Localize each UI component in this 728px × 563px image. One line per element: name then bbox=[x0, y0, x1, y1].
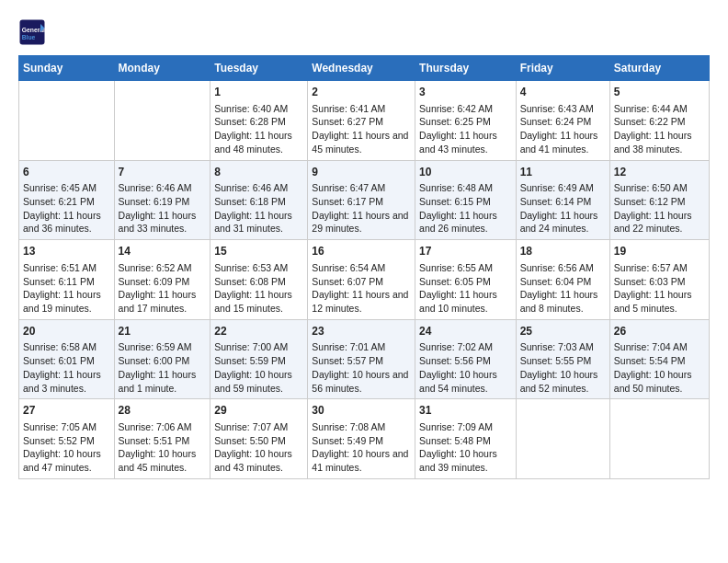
sunrise-text: Sunrise: 6:58 AM bbox=[23, 341, 97, 352]
daylight-text: Daylight: 11 hours and 8 minutes. bbox=[520, 289, 598, 314]
daylight-text: Daylight: 11 hours and 48 minutes. bbox=[214, 130, 292, 155]
sunset-text: Sunset: 6:18 PM bbox=[214, 196, 286, 207]
calendar-body: 1Sunrise: 6:40 AMSunset: 6:28 PMDaylight… bbox=[19, 81, 710, 479]
daylight-text: Daylight: 11 hours and 36 minutes. bbox=[23, 210, 101, 235]
sunset-text: Sunset: 6:11 PM bbox=[23, 276, 95, 287]
sunset-text: Sunset: 5:54 PM bbox=[614, 355, 686, 366]
day-number: 11 bbox=[520, 165, 606, 180]
sunrise-text: Sunrise: 6:55 AM bbox=[419, 262, 493, 273]
sunrise-text: Sunrise: 7:04 AM bbox=[614, 341, 688, 352]
calendar-cell: 23Sunrise: 7:01 AMSunset: 5:57 PMDayligh… bbox=[308, 319, 415, 399]
header-row: SundayMondayTuesdayWednesdayThursdayFrid… bbox=[19, 56, 710, 81]
daylight-text: Daylight: 11 hours and 1 minute. bbox=[119, 369, 197, 394]
sunset-text: Sunset: 6:08 PM bbox=[214, 276, 286, 287]
sunset-text: Sunset: 6:03 PM bbox=[614, 276, 686, 287]
week-row-5: 27Sunrise: 7:05 AMSunset: 5:52 PMDayligh… bbox=[19, 399, 710, 479]
day-number: 23 bbox=[312, 324, 411, 339]
calendar-cell: 9Sunrise: 6:47 AMSunset: 6:17 PMDaylight… bbox=[308, 160, 415, 240]
sunrise-text: Sunrise: 6:46 AM bbox=[119, 182, 192, 193]
calendar-cell: 6Sunrise: 6:45 AMSunset: 6:21 PMDaylight… bbox=[19, 160, 115, 240]
daylight-text: Daylight: 10 hours and 41 minutes. bbox=[312, 448, 408, 473]
day-number: 24 bbox=[419, 324, 512, 339]
sunset-text: Sunset: 6:00 PM bbox=[119, 355, 190, 366]
day-number: 8 bbox=[214, 165, 303, 180]
day-number: 5 bbox=[614, 85, 705, 100]
daylight-text: Daylight: 10 hours and 54 minutes. bbox=[419, 369, 497, 394]
day-number: 20 bbox=[23, 324, 110, 339]
header-day-friday: Friday bbox=[516, 56, 609, 81]
week-row-4: 20Sunrise: 6:58 AMSunset: 6:01 PMDayligh… bbox=[19, 319, 710, 399]
daylight-text: Daylight: 11 hours and 17 minutes. bbox=[119, 289, 197, 314]
day-number: 28 bbox=[119, 403, 207, 419]
sunset-text: Sunset: 5:49 PM bbox=[312, 435, 383, 446]
daylight-text: Daylight: 10 hours and 45 minutes. bbox=[119, 448, 197, 473]
calendar-cell: 11Sunrise: 6:49 AMSunset: 6:14 PMDayligh… bbox=[516, 160, 609, 240]
sunset-text: Sunset: 6:14 PM bbox=[520, 196, 592, 207]
sunset-text: Sunset: 6:24 PM bbox=[520, 116, 592, 127]
daylight-text: Daylight: 11 hours and 5 minutes. bbox=[614, 289, 692, 314]
calendar-cell: 7Sunrise: 6:46 AMSunset: 6:19 PMDaylight… bbox=[114, 160, 210, 240]
daylight-text: Daylight: 11 hours and 12 minutes. bbox=[312, 289, 408, 314]
sunset-text: Sunset: 6:15 PM bbox=[419, 196, 491, 207]
sunrise-text: Sunrise: 6:47 AM bbox=[312, 182, 385, 193]
daylight-text: Daylight: 10 hours and 39 minutes. bbox=[419, 448, 497, 473]
daylight-text: Daylight: 11 hours and 26 minutes. bbox=[419, 210, 497, 235]
sunrise-text: Sunrise: 6:56 AM bbox=[520, 262, 594, 273]
daylight-text: Daylight: 10 hours and 59 minutes. bbox=[214, 369, 292, 394]
sunset-text: Sunset: 6:21 PM bbox=[23, 196, 95, 207]
sunrise-text: Sunrise: 6:54 AM bbox=[312, 262, 385, 273]
day-number: 15 bbox=[214, 244, 303, 259]
sunrise-text: Sunrise: 6:59 AM bbox=[119, 341, 192, 352]
sunrise-text: Sunrise: 7:05 AM bbox=[23, 421, 97, 432]
sunset-text: Sunset: 6:22 PM bbox=[614, 116, 686, 127]
sunrise-text: Sunrise: 7:00 AM bbox=[214, 341, 288, 352]
daylight-text: Daylight: 10 hours and 56 minutes. bbox=[312, 369, 408, 394]
daylight-text: Daylight: 10 hours and 43 minutes. bbox=[214, 448, 292, 473]
sunset-text: Sunset: 5:57 PM bbox=[312, 355, 383, 366]
sunrise-text: Sunrise: 6:45 AM bbox=[23, 182, 97, 193]
header-day-wednesday: Wednesday bbox=[308, 56, 415, 81]
day-number: 22 bbox=[214, 324, 303, 339]
header-day-saturday: Saturday bbox=[609, 56, 709, 81]
header-day-sunday: Sunday bbox=[19, 56, 115, 81]
sunrise-text: Sunrise: 7:06 AM bbox=[119, 421, 192, 432]
sunrise-text: Sunrise: 7:03 AM bbox=[520, 341, 594, 352]
calendar-cell: 20Sunrise: 6:58 AMSunset: 6:01 PMDayligh… bbox=[19, 319, 115, 399]
sunset-text: Sunset: 6:01 PM bbox=[23, 355, 95, 366]
daylight-text: Daylight: 11 hours and 24 minutes. bbox=[520, 210, 598, 235]
page-header: General Blue bbox=[18, 18, 710, 46]
daylight-text: Daylight: 11 hours and 19 minutes. bbox=[23, 289, 101, 314]
sunset-text: Sunset: 5:51 PM bbox=[119, 435, 190, 446]
sunrise-text: Sunrise: 6:43 AM bbox=[520, 103, 594, 114]
sunset-text: Sunset: 6:09 PM bbox=[119, 276, 190, 287]
day-number: 26 bbox=[614, 324, 705, 339]
day-number: 2 bbox=[312, 85, 411, 100]
daylight-text: Daylight: 11 hours and 22 minutes. bbox=[614, 210, 692, 235]
daylight-text: Daylight: 11 hours and 29 minutes. bbox=[312, 210, 408, 235]
sunrise-text: Sunrise: 6:57 AM bbox=[614, 262, 688, 273]
sunrise-text: Sunrise: 7:07 AM bbox=[214, 421, 288, 432]
day-number: 17 bbox=[419, 244, 512, 259]
calendar-cell: 3Sunrise: 6:42 AMSunset: 6:25 PMDaylight… bbox=[415, 81, 517, 161]
calendar-header: SundayMondayTuesdayWednesdayThursdayFrid… bbox=[19, 56, 710, 81]
daylight-text: Daylight: 10 hours and 52 minutes. bbox=[520, 369, 598, 394]
calendar-cell: 29Sunrise: 7:07 AMSunset: 5:50 PMDayligh… bbox=[210, 399, 308, 479]
sunset-text: Sunset: 5:50 PM bbox=[214, 435, 286, 446]
daylight-text: Daylight: 11 hours and 31 minutes. bbox=[214, 210, 292, 235]
calendar-cell: 12Sunrise: 6:50 AMSunset: 6:12 PMDayligh… bbox=[609, 160, 709, 240]
header-day-thursday: Thursday bbox=[415, 56, 517, 81]
svg-text:Blue: Blue bbox=[22, 34, 36, 40]
sunrise-text: Sunrise: 7:08 AM bbox=[312, 421, 385, 432]
calendar-cell: 13Sunrise: 6:51 AMSunset: 6:11 PMDayligh… bbox=[19, 240, 115, 320]
day-number: 29 bbox=[214, 403, 303, 419]
calendar-cell bbox=[114, 81, 210, 161]
sunrise-text: Sunrise: 6:40 AM bbox=[214, 103, 288, 114]
header-day-tuesday: Tuesday bbox=[210, 56, 308, 81]
sunset-text: Sunset: 6:19 PM bbox=[119, 196, 190, 207]
week-row-3: 13Sunrise: 6:51 AMSunset: 6:11 PMDayligh… bbox=[19, 240, 710, 320]
sunset-text: Sunset: 6:28 PM bbox=[214, 116, 286, 127]
day-number: 25 bbox=[520, 324, 606, 339]
sunset-text: Sunset: 6:25 PM bbox=[419, 116, 491, 127]
daylight-text: Daylight: 11 hours and 45 minutes. bbox=[312, 130, 408, 155]
sunrise-text: Sunrise: 6:41 AM bbox=[312, 103, 385, 114]
